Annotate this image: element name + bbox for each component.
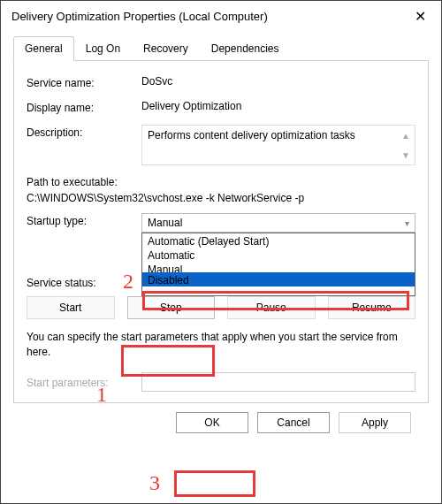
annotation-box-ok [174,470,255,497]
tab-logon[interactable]: Log On [74,36,132,61]
label-startup: Startup type: [27,213,141,227]
scroll-down-icon[interactable]: ▼ [399,147,413,163]
tab-recovery[interactable]: Recovery [132,36,200,61]
pause-button: Pause [227,296,316,319]
label-display-name: Display name: [27,100,141,114]
label-description: Description: [27,125,141,139]
close-icon[interactable]: ✕ [409,8,431,25]
general-panel: Service name: DoSvc Display name: Delive… [13,61,429,403]
resume-button: Resume [328,296,416,319]
ok-button[interactable]: OK [176,412,248,433]
start-params-input [141,372,415,392]
title-bar: Delivery Optimization Properties (Local … [1,1,441,31]
option-disabled[interactable]: Disabled [142,272,415,286]
label-status: Service status: [27,275,141,289]
option-auto-delayed[interactable]: Automatic (Delayed Start) [142,233,415,248]
scroll-up-icon[interactable]: ▲ [399,127,413,143]
window-title: Delivery Optimization Properties (Local … [11,10,268,23]
startup-selected: Manual [148,217,182,229]
start-button: Start [27,296,115,319]
value-path: C:\WINDOWS\System32\svchost.exe -k Netwo… [27,192,415,204]
startup-type-select[interactable]: Manual ▾ [141,213,415,233]
label-service-name: Service name: [27,75,141,89]
label-start-params: Start parameters: [27,375,141,389]
value-service-name: DoSvc [141,75,415,88]
content: General Log On Recovery Dependencies Ser… [1,31,441,444]
cancel-button[interactable]: Cancel [257,412,330,433]
label-path: Path to executable: [27,176,415,188]
note-text: You can specify the start parameters tha… [27,330,415,360]
startup-dropdown: Automatic (Delayed Start) Automatic Manu… [141,233,415,296]
tab-strip: General Log On Recovery Dependencies [13,36,429,61]
chevron-down-icon: ▾ [405,218,409,228]
option-manual[interactable]: Manual [142,262,415,272]
value-description: Performs content delivery optimization t… [148,129,355,141]
dialog-buttons: OK Cancel Apply [13,403,429,433]
tab-dependencies[interactable]: Dependencies [200,36,291,61]
tab-general[interactable]: General [13,36,74,61]
annotation-number-3: 3 [149,471,160,495]
stop-button[interactable]: Stop [127,296,216,319]
value-display-name: Delivery Optimization [141,100,415,112]
apply-button: Apply [339,412,411,433]
description-box: Performs content delivery optimization t… [141,125,415,165]
option-automatic[interactable]: Automatic [142,248,415,262]
option-overflow [142,286,415,295]
